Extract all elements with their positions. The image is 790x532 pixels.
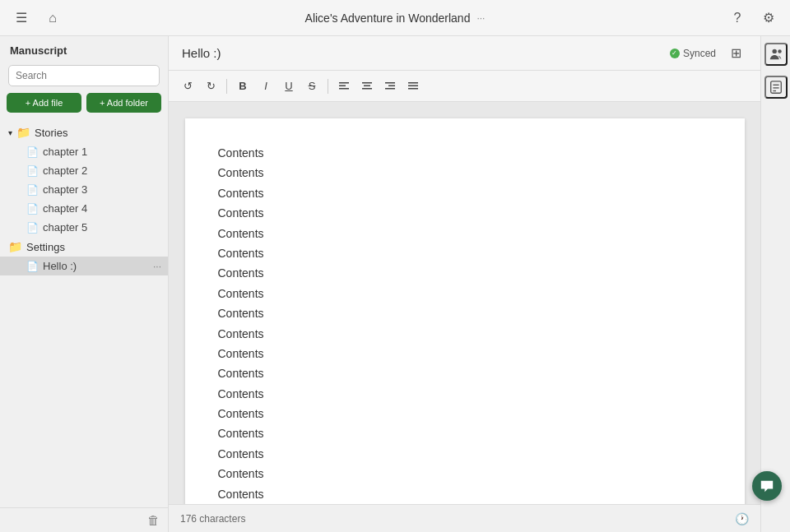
editor-title: Hello :)	[182, 46, 221, 60]
sidebar-item-label: chapter 1	[43, 146, 161, 158]
editor-layout-button[interactable]: ⊞	[724, 42, 747, 65]
editor-page[interactable]: ContentsContentsContentsContentsContents…	[185, 118, 745, 504]
align-center-button[interactable]	[356, 76, 378, 97]
editor-footer: 176 characters 🕐	[169, 504, 760, 532]
settings-button[interactable]: ⚙	[757, 7, 780, 30]
sidebar-footer: 🗑	[0, 507, 168, 532]
sidebar-folder-settings[interactable]: 📁 Settings	[0, 237, 168, 257]
sidebar-item-chapter3[interactable]: 📄 chapter 3	[0, 180, 168, 199]
history-icon[interactable]: 🕐	[735, 512, 749, 525]
doc-icon: 📄	[26, 222, 39, 234]
sidebar-item-label: chapter 4	[43, 202, 161, 215]
more-options-icon[interactable]: ···	[476, 12, 485, 24]
editor-line: Contents	[218, 324, 712, 344]
search-input[interactable]	[8, 65, 160, 86]
editor-line: Contents	[218, 484, 712, 504]
chevron-down-icon: ▾	[8, 128, 12, 137]
editor-topbar: Hello :) ✓ Synced ⊞	[169, 36, 760, 71]
sidebar-tree: ▾ 📁 Stories 📄 chapter 1 📄 chapter 2 📄 ch…	[0, 119, 168, 507]
folder-icon: 📁	[16, 126, 30, 139]
doc-icon: 📄	[26, 261, 39, 272]
sidebar-search-container	[0, 62, 168, 93]
help-icon: ?	[734, 11, 741, 25]
svg-point-13	[778, 49, 782, 53]
editor-line: Contents	[218, 423, 712, 443]
editor-line: Contents	[218, 224, 712, 243]
editor-topbar-right: ✓ Synced ⊞	[670, 42, 747, 65]
doc-icon: 📄	[26, 184, 39, 196]
italic-button[interactable]: I	[255, 76, 276, 97]
svg-rect-9	[408, 82, 418, 84]
toolbar-separator-1	[226, 79, 227, 94]
home-button[interactable]: ⌂	[41, 7, 64, 30]
doc-icon: 📄	[26, 165, 39, 177]
sidebar-item-chapter2[interactable]: 📄 chapter 2	[0, 161, 168, 180]
add-file-button[interactable]: + Add file	[7, 93, 81, 113]
main-layout: Manuscript + Add file + Add folder ▾ 📁 S…	[0, 36, 790, 532]
sidebar-item-label: chapter 5	[43, 221, 161, 234]
editor-line: Contents	[218, 404, 712, 423]
strikethrough-button[interactable]: S	[301, 76, 323, 97]
notes-button[interactable]	[764, 76, 788, 99]
sidebar-header: Manuscript	[0, 36, 168, 62]
trash-icon[interactable]: 🗑	[147, 513, 160, 527]
doc-icon: 📄	[26, 146, 39, 158]
sidebar-item-chapter4[interactable]: 📄 chapter 4	[0, 199, 168, 218]
editor-line: Contents	[218, 464, 712, 483]
redo-button[interactable]: ↻	[200, 76, 221, 97]
char-count: 176 characters	[180, 513, 245, 525]
app-title: Alice's Adventure in Wonderland	[305, 12, 471, 25]
svg-rect-11	[408, 88, 418, 90]
svg-rect-8	[385, 88, 395, 90]
synced-badge: ✓ Synced	[670, 48, 716, 59]
svg-rect-5	[362, 88, 372, 90]
editor-line: Contents	[218, 163, 712, 183]
sidebar-item-chapter5[interactable]: 📄 chapter 5	[0, 218, 168, 237]
svg-rect-10	[408, 85, 418, 86]
editor-content-wrapper: ContentsContentsContentsContentsContents…	[169, 102, 760, 504]
sidebar-item-label: chapter 3	[43, 183, 161, 196]
people-button[interactable]	[764, 43, 788, 66]
underline-button[interactable]: U	[278, 76, 300, 97]
editor-line: Contents	[218, 444, 712, 464]
top-bar-left: ☰ ⌂	[10, 7, 64, 30]
settings-icon: ⚙	[763, 10, 774, 25]
undo-button[interactable]: ↺	[177, 76, 198, 97]
add-folder-button[interactable]: + Add folder	[86, 93, 161, 113]
sidebar-folder-stories[interactable]: ▾ 📁 Stories	[0, 123, 168, 142]
editor-line: Contents	[218, 363, 712, 383]
help-button[interactable]: ?	[726, 7, 749, 30]
svg-rect-7	[388, 85, 395, 86]
sidebar-item-hello[interactable]: 📄 Hello :) ···	[0, 257, 168, 275]
align-left-button[interactable]	[333, 76, 355, 97]
bold-button[interactable]: B	[232, 76, 253, 97]
home-icon: ⌂	[49, 11, 57, 25]
editor-line: Contents	[218, 303, 712, 323]
synced-label: Synced	[683, 48, 716, 59]
folder-label: Stories	[35, 127, 67, 139]
top-bar: ☰ ⌂ Alice's Adventure in Wonderland ··· …	[0, 0, 790, 36]
top-bar-right: ? ⚙	[726, 7, 780, 30]
svg-rect-0	[339, 82, 349, 84]
editor-line: Contents	[218, 263, 712, 283]
align-justify-button[interactable]	[402, 76, 424, 97]
folder-icon: 📁	[8, 240, 22, 253]
editor-area: Hello :) ✓ Synced ⊞ ↺ ↻ B I U S	[169, 36, 760, 532]
editor-line: Contents	[218, 243, 712, 263]
toolbar-separator-2	[328, 79, 328, 94]
align-right-button[interactable]	[379, 76, 401, 97]
editor-line: Contents	[218, 344, 712, 363]
menu-button[interactable]: ☰	[10, 7, 33, 30]
synced-dot: ✓	[670, 49, 680, 58]
formatting-toolbar: ↺ ↻ B I U S	[169, 71, 760, 102]
menu-icon: ☰	[16, 10, 27, 25]
editor-line: Contents	[218, 183, 712, 203]
editor-line: Contents	[218, 203, 712, 223]
svg-rect-6	[385, 82, 395, 84]
chat-bubble[interactable]	[752, 471, 782, 501]
svg-rect-2	[339, 88, 349, 90]
item-more-icon[interactable]: ···	[153, 261, 161, 272]
editor-line: Contents	[218, 284, 712, 303]
sidebar-item-chapter1[interactable]: 📄 chapter 1	[0, 142, 168, 161]
svg-rect-3	[362, 82, 372, 84]
